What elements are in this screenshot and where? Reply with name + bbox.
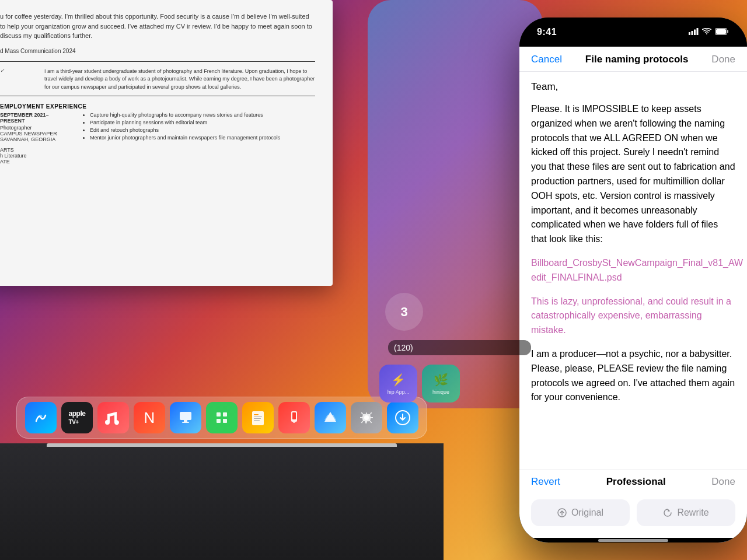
proofread-done-button[interactable]: Done	[711, 476, 735, 488]
svg-rect-3	[217, 412, 221, 416]
dock-icon-pages[interactable]	[242, 402, 274, 433]
doc-divider-2	[0, 96, 315, 96]
doc-job-date: SEPTEMBER 2021–PRESENT	[0, 112, 70, 124]
doc-bullet-2: Participate in planning sessions with ed…	[90, 120, 315, 125]
dock-icon-news[interactable]: N	[134, 402, 165, 433]
doc-degree: d Mass Communication 2024	[0, 47, 315, 55]
svg-rect-6	[223, 419, 227, 423]
doc-bullets: Capture high-quality photographs to acco…	[82, 112, 315, 164]
bg-app-icons: 3 (120) ⚡ hip App... 🌿 hinique	[368, 281, 543, 414]
cancel-button[interactable]: Cancel	[531, 54, 562, 65]
iphone-time: 9:41	[537, 27, 557, 37]
doc-bullet-3: Edit and retouch photographs	[90, 127, 315, 133]
doc-bio-text: I am a third-year student undergraduate …	[44, 68, 315, 92]
wifi-icon	[702, 28, 711, 37]
bg-app-1: ⚡ hip App...	[379, 365, 417, 402]
doc-job-info: SEPTEMBER 2021–PRESENT Photographer CAMP…	[0, 112, 70, 164]
svg-rect-5	[217, 419, 221, 423]
svg-rect-0	[180, 412, 191, 420]
bg-app-row: ⚡ hip App... 🌿 hinique	[379, 365, 531, 402]
bg-app-2: 🌿 hinique	[422, 365, 460, 402]
rewrite-button[interactable]: Rewrite	[637, 499, 735, 526]
proofread-label: Professional	[606, 476, 666, 488]
doc-bullet-4: Mentor junior photographers and maintain…	[90, 135, 315, 141]
svg-rect-9	[254, 416, 262, 417]
revert-button[interactable]: Revert	[531, 476, 560, 488]
home-indicator-area	[519, 538, 747, 542]
battery-icon	[715, 28, 729, 37]
done-button[interactable]: Done	[711, 54, 735, 65]
original-button-label: Original	[571, 508, 603, 518]
svg-rect-4	[223, 412, 227, 416]
bottom-action-buttons: Original Rewrite	[519, 494, 747, 538]
dock-icon-freeform[interactable]	[25, 402, 57, 433]
svg-rect-2	[182, 422, 189, 423]
proofread-toolbar: Revert Professional Done	[519, 470, 747, 494]
svg-rect-14	[293, 422, 295, 423]
bg-notification-120: (120)	[394, 343, 413, 352]
doc-employment-section: SEPTEMBER 2021–PRESENT Photographer CAMP…	[0, 112, 315, 164]
email-closing: I am a producer—not a psychic, nor a bab…	[531, 347, 735, 405]
doc-bio-section: ✓ I am a third-year student undergraduat…	[0, 68, 315, 92]
svg-rect-18	[692, 31, 693, 35]
doc-divider-1	[0, 61, 315, 62]
home-indicator-bar	[598, 539, 668, 542]
rewrite-button-label: Rewrite	[677, 508, 708, 518]
svg-rect-8	[254, 414, 259, 415]
email-warning: This is lazy, unprofessional, and could …	[531, 295, 735, 338]
signal-icon	[689, 28, 699, 37]
svg-rect-22	[716, 29, 726, 34]
iphone-screen: Cancel File naming protocols Done Team, …	[519, 47, 747, 542]
cv-document: u for coffee yesterday. I'm thrilled abo…	[0, 0, 333, 286]
email-body[interactable]: Team, Please. It is IMPOSSIBLE to keep a…	[519, 72, 747, 470]
dock-icon-iphone-mirroring[interactable]	[278, 402, 310, 433]
svg-rect-13	[292, 412, 296, 419]
dock-container: appleTV+ N	[16, 397, 427, 439]
doc-location: SAVANNAH, GEORGIA	[0, 136, 70, 142]
iphone-status-bar: 9:41	[519, 18, 747, 47]
doc-employment-title: EMPLOYMENT EXPERIENCE	[0, 103, 315, 110]
iphone-status-icons	[689, 28, 729, 37]
mac-bottom-bar	[0, 443, 444, 560]
original-button[interactable]: Original	[531, 499, 630, 526]
svg-rect-19	[694, 29, 696, 35]
email-title: File naming protocols	[585, 54, 689, 65]
doc-labels: ARTS h Literature ATE	[0, 147, 70, 164]
dock-icon-keynote[interactable]	[170, 402, 201, 433]
email-body-paragraph1: Please. It is IMPOSSIBLE to keep assets …	[531, 102, 735, 247]
doc-bullet-list: Capture high-quality photographs to acco…	[82, 112, 315, 141]
dock-icon-music[interactable]	[97, 402, 129, 433]
email-header: Cancel File naming protocols Done	[519, 47, 747, 72]
svg-rect-20	[697, 28, 699, 35]
dock-icon-appstore[interactable]	[315, 402, 346, 433]
doc-bio-label: ✓	[0, 68, 35, 92]
email-greeting: Team,	[531, 81, 735, 93]
svg-rect-10	[254, 418, 261, 419]
bg-notification-3: 3	[400, 304, 407, 320]
bg-badge-icon: 3	[385, 293, 423, 331]
dock-icon-appletv[interactable]: appleTV+	[61, 402, 93, 433]
doc-intro: u for coffee yesterday. I'm thrilled abo…	[0, 12, 315, 41]
email-file-example: Billboard_CrosbySt_NewCampaign_Final_v81…	[531, 256, 735, 285]
svg-rect-1	[184, 420, 187, 422]
doc-job-title: Photographer	[0, 125, 70, 131]
doc-bullet-1: Capture high-quality photographs to acco…	[90, 112, 315, 118]
iphone-frame: 9:41	[519, 18, 747, 542]
dock-icon-numbers[interactable]	[206, 402, 238, 433]
svg-rect-11	[254, 420, 260, 421]
svg-rect-17	[689, 32, 690, 35]
doc-employer: CAMPUS NEWSPAPER	[0, 131, 70, 136]
